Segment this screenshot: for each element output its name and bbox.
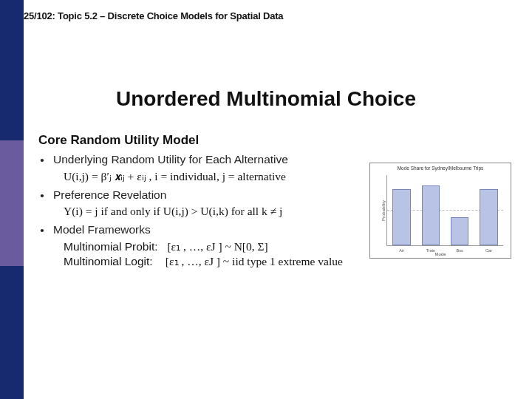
chart-plot-area: AirTrainBusCar bbox=[386, 175, 503, 246]
left-stripe bbox=[0, 0, 24, 399]
chart-ylabel: Probability bbox=[381, 200, 386, 221]
slide-title: Unordered Multinomial Choice bbox=[0, 87, 532, 111]
bullet-dot: • bbox=[38, 222, 46, 239]
bullet-dot: • bbox=[38, 188, 46, 204]
chart: Mode Share for Sydney/Melbourne Trips Pr… bbox=[369, 163, 511, 259]
logit-rhs: [ε₁ , …, εJ ] ~ iid type 1 extreme value bbox=[166, 255, 343, 267]
slide: 25/102: Topic 5.2 – Discrete Choice Mode… bbox=[0, 0, 532, 399]
chart-bar bbox=[480, 189, 497, 245]
section-heading: Core Random Utility Model bbox=[38, 133, 514, 148]
probit-rhs: [ε₁ , …, εJ ] ~ N[0, Σ] bbox=[167, 240, 267, 253]
chart-bar bbox=[422, 185, 440, 245]
chart-title: Mode Share for Sydney/Melbourne Trips bbox=[370, 163, 511, 171]
slide-header: 25/102: Topic 5.2 – Discrete Choice Mode… bbox=[24, 10, 283, 21]
chart-bar bbox=[451, 217, 468, 245]
left-stripe-accent bbox=[0, 140, 24, 266]
chart-xlabel: Mode bbox=[370, 252, 511, 256]
logit-label: Multinomial Logit: bbox=[64, 255, 153, 267]
probit-label: Multinomial Probit: bbox=[64, 240, 158, 253]
bullet-dot: • bbox=[38, 152, 46, 168]
chart-bar bbox=[392, 189, 410, 245]
